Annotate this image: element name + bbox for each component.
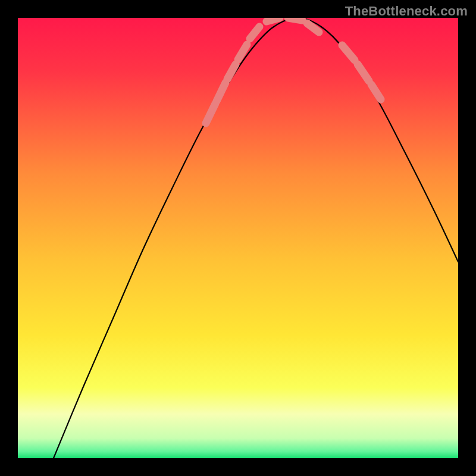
svg-line-1 xyxy=(206,104,215,123)
plot-area xyxy=(18,18,458,458)
svg-line-7 xyxy=(288,18,302,20)
svg-line-6 xyxy=(267,18,280,21)
watermark-text: TheBottleneck.com xyxy=(345,4,468,19)
svg-line-5 xyxy=(250,27,259,39)
svg-line-11 xyxy=(371,84,381,99)
marker-dashes xyxy=(206,18,381,123)
outer-frame: TheBottleneck.com xyxy=(0,0,476,476)
svg-line-9 xyxy=(342,45,355,60)
bottleneck-curve xyxy=(54,18,458,458)
svg-line-3 xyxy=(227,64,236,79)
svg-line-10 xyxy=(358,64,369,81)
curve-layer xyxy=(18,18,458,458)
svg-line-2 xyxy=(217,83,226,101)
